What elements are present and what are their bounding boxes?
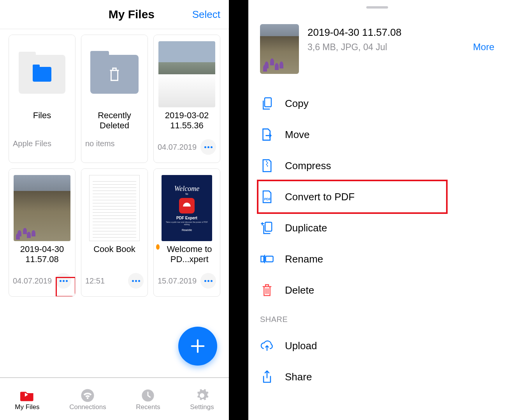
tile-title: Files: [9, 109, 75, 139]
clock-icon: [141, 389, 155, 402]
tile-meta: 12:51: [85, 276, 105, 285]
tile-title: 2019-04-30 11.57.08: [9, 243, 75, 273]
action-label: Upload: [285, 340, 317, 352]
move-icon: [260, 128, 274, 142]
tile-title: Welcome to PD...xpert: [154, 243, 220, 273]
share-action-list: Upload Share: [248, 328, 506, 395]
tab-my-files[interactable]: My Files: [15, 389, 39, 411]
page-title: My Files: [71, 8, 192, 21]
unread-dot-icon: [156, 244, 160, 250]
tab-label: Recents: [136, 403, 160, 411]
upload-icon: [260, 339, 274, 353]
svg-text:PDF: PDF: [264, 197, 271, 201]
compress-icon: [260, 159, 274, 173]
action-rename[interactable]: Rename: [248, 243, 506, 275]
tile-recently-deleted[interactable]: Recently Deleted no items: [81, 35, 148, 163]
add-button[interactable]: [178, 327, 217, 366]
dots-icon: [204, 280, 213, 282]
tile-title: Recently Deleted: [81, 109, 148, 139]
tab-label: Connections: [69, 403, 106, 411]
tile-photo-flowers[interactable]: 2019-04-30 11.57.08 04.07.2019: [9, 168, 76, 297]
detail-thumbnail: [260, 24, 299, 74]
action-delete[interactable]: Delete: [248, 275, 506, 306]
dots-icon: [204, 146, 213, 148]
svg-point-2: [200, 394, 204, 397]
highlight-box: [56, 277, 76, 297]
dots-icon: [132, 280, 140, 282]
rename-icon: [260, 252, 274, 266]
svg-rect-5: [265, 222, 272, 231]
action-share[interactable]: Share: [248, 361, 506, 392]
thumbnail-image: [158, 41, 215, 107]
header: My Files Select: [0, 0, 229, 29]
tab-connections[interactable]: Connections: [69, 389, 106, 411]
file-grid: Files Apple Files Recently Deleted no it…: [0, 29, 229, 302]
tile-welcome-pdf[interactable]: Welcome to PDF Expert Take a quick tour …: [153, 168, 220, 297]
select-button[interactable]: Select: [192, 9, 220, 21]
pdf-icon: PDF: [260, 190, 274, 204]
tab-settings[interactable]: Settings: [190, 389, 214, 411]
gear-icon: [195, 389, 209, 402]
thumbnail-pdf: Welcome to PDF Expert Take a quick tour …: [162, 175, 212, 241]
trash-folder-icon: [90, 55, 139, 94]
action-label: Share: [285, 371, 312, 383]
wifi-icon: [80, 389, 95, 402]
action-upload[interactable]: Upload: [248, 330, 506, 361]
tile-meta: Apple Files: [13, 139, 51, 148]
share-section-label: SHARE: [248, 308, 506, 328]
more-button[interactable]: [200, 139, 216, 155]
folder-icon: [19, 55, 65, 94]
my-files-icon: [20, 389, 35, 402]
tile-files[interactable]: Files Apple Files: [9, 35, 76, 163]
copy-icon: [260, 96, 274, 110]
thumbnail-document: [89, 175, 140, 241]
tile-title: 2019-03-02 11.55.36: [154, 109, 220, 139]
detail-meta: 3,6 MB, JPG, 04 Jul: [307, 42, 387, 52]
svg-rect-6: [265, 256, 273, 262]
action-move[interactable]: Move: [248, 119, 506, 150]
tile-meta: 04.07.2019: [158, 143, 197, 152]
action-label: Duplicate: [285, 222, 327, 234]
files-screen: My Files Select Files Apple Files Recent…: [0, 0, 229, 420]
tile-photo-balloon[interactable]: 2019-03-02 11.55.36 04.07.2019: [153, 35, 220, 163]
sheet-handle[interactable]: [366, 6, 388, 9]
action-label: Copy: [285, 98, 309, 110]
tab-label: Settings: [190, 403, 214, 411]
detail-title: 2019-04-30 11.57.08: [307, 26, 494, 38]
action-compress[interactable]: Compress: [248, 150, 506, 181]
file-detail-header: 2019-04-30 11.57.08 3,6 MB, JPG, 04 Jul …: [248, 16, 506, 86]
action-copy[interactable]: Copy: [248, 88, 506, 119]
delete-icon: [260, 283, 274, 297]
action-label: Convert to PDF: [285, 191, 355, 203]
thumbnail-image: [14, 175, 70, 241]
more-button[interactable]: [200, 273, 216, 289]
tile-meta: 15.07.2019: [158, 276, 197, 285]
action-convert-pdf[interactable]: PDF Convert to PDF: [248, 181, 506, 212]
action-label: Rename: [285, 253, 323, 265]
duplicate-icon: [260, 221, 274, 235]
svg-rect-3: [265, 98, 271, 107]
tab-label: My Files: [15, 403, 39, 411]
tile-meta: no items: [85, 139, 115, 148]
more-button[interactable]: [128, 273, 144, 289]
more-link[interactable]: More: [473, 42, 494, 52]
tab-bar: My Files Connections Recents Settings: [0, 377, 229, 420]
action-label: Move: [285, 129, 310, 141]
share-icon: [260, 370, 274, 384]
action-duplicate[interactable]: Duplicate: [248, 212, 506, 243]
action-sheet: 2019-04-30 11.57.08 3,6 MB, JPG, 04 Jul …: [248, 0, 506, 420]
action-list: Copy Move Compress PDF Convert to PDF Du…: [248, 86, 506, 308]
trash-icon: [107, 66, 121, 82]
action-label: Compress: [285, 160, 331, 172]
tile-title: Cook Book: [81, 243, 148, 273]
tab-recents[interactable]: Recents: [136, 389, 160, 411]
tile-meta: 04.07.2019: [13, 276, 52, 285]
plus-icon: [189, 337, 207, 355]
action-label: Delete: [285, 284, 314, 296]
tile-cookbook[interactable]: Cook Book 12:51: [81, 168, 148, 297]
